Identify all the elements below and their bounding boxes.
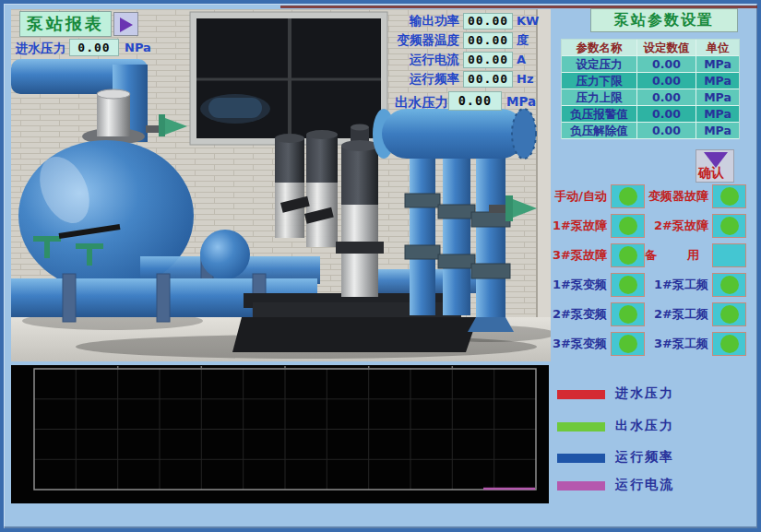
col-param-name: 参数名称 [562, 40, 637, 56]
lamp-on-icon [720, 335, 739, 353]
col-set-value: 设定数值 [637, 40, 696, 56]
output-power-value: 00.00 [463, 13, 513, 30]
pump1-mains-label: 1#泵工频 [640, 277, 708, 293]
spare-label: 备 用 [640, 247, 708, 264]
inlet-pressure-value: 0.00 [69, 39, 119, 56]
pump1-vfd-label: 1#泵变频 [544, 277, 607, 293]
outlet-pressure-label: 出水压力 [395, 94, 448, 112]
legend-swatch-outlet-pressure [557, 422, 605, 432]
report-button-label[interactable]: 泵站报表 [19, 11, 112, 37]
param-unit: MPa [696, 106, 739, 123]
report-nav-box[interactable] [113, 12, 138, 36]
output-power-label: 输出功率 [376, 13, 463, 30]
inverter-fault-label: 变频器故障 [640, 188, 708, 205]
run-frequency-label: 运行频率 [376, 71, 463, 88]
spare-lamp [712, 243, 746, 267]
run-current-unit: A [513, 53, 539, 66]
param-row: 压力上限 0.00 MPa [562, 89, 739, 106]
param-value-input[interactable]: 0.00 [637, 56, 696, 73]
inverter-temp-value: 00.00 [463, 32, 513, 49]
play-icon [120, 18, 133, 32]
inverter-temp-label: 变频器温度 [376, 32, 463, 49]
param-name: 压力上限 [562, 89, 637, 106]
lamp-on-icon [720, 305, 739, 324]
trend-chart-canvas [11, 365, 549, 503]
inverter-fault-lamp [712, 184, 746, 208]
trend-chart [11, 365, 549, 503]
settings-panel-title: 泵站参数设置 [590, 8, 738, 32]
col-unit: 单位 [696, 40, 739, 56]
pump2-mains-lamp [712, 302, 746, 326]
lamp-on-icon [720, 217, 739, 235]
outlet-pressure-unit: MPa [506, 94, 536, 109]
pump2-vfd-label: 2#泵变频 [544, 306, 607, 323]
pump3-fault-label: 3#泵故障 [544, 247, 607, 264]
legend-swatch-run-current [557, 481, 605, 491]
param-unit: MPa [696, 56, 739, 73]
lamp-on-icon [619, 276, 637, 294]
lamp-on-icon [619, 305, 637, 324]
param-name: 设定压力 [562, 56, 637, 73]
param-name: 负压解除值 [562, 123, 637, 139]
manual-auto-label: 手动/自动 [544, 188, 607, 205]
param-unit: MPa [696, 89, 739, 106]
param-unit: MPa [696, 123, 739, 139]
report-button[interactable]: 泵站报表 [19, 11, 138, 37]
param-row: 负压解除值 0.00 MPa [562, 123, 739, 139]
inlet-pressure-label: 进水压力 [16, 41, 65, 57]
telemetry-row: 输出功率 00.00 KW [376, 11, 539, 30]
param-name: 压力下限 [562, 73, 637, 89]
lamp-on-icon [619, 187, 637, 206]
lamp-on-icon [619, 246, 637, 265]
param-value-input[interactable]: 0.00 [637, 73, 696, 89]
run-current-label: 运行电流 [376, 52, 463, 68]
pump2-mains-label: 2#泵工频 [640, 306, 708, 323]
outlet-pressure-value: 0.00 [448, 91, 502, 111]
run-frequency-unit: Hz [513, 72, 539, 86]
legend-label-inlet-pressure: 进水压力 [615, 385, 674, 402]
lamp-on-icon [720, 187, 739, 206]
legend-label-outlet-pressure: 出水压力 [615, 418, 674, 434]
pump1-mains-lamp [712, 273, 746, 297]
pump3-mains-label: 3#泵工频 [640, 336, 708, 352]
inlet-pressure-unit: NPa [125, 41, 151, 54]
param-row: 压力下限 0.00 MPa [562, 73, 739, 89]
param-value-input[interactable]: 0.00 [637, 106, 696, 123]
legend-swatch-inlet-pressure [557, 390, 605, 399]
pump-station-hmi-screen: 泵站报表 进水压力 0.00 NPa 输出功率 00.00 KW 变频器温度 0… [0, 0, 761, 532]
telemetry-row: 运行频率 00.00 Hz [376, 69, 539, 89]
telemetry-block: 输出功率 00.00 KW 变频器温度 00.00 度 运行电流 00.00 A… [376, 11, 539, 89]
run-current-value: 00.00 [463, 52, 513, 68]
lamp-on-icon [619, 217, 637, 235]
param-row: 负压报警值 0.00 MPa [562, 106, 739, 123]
telemetry-row: 变频器温度 00.00 度 [376, 30, 539, 50]
params-table-header: 参数名称 设定数值 单位 [562, 40, 739, 56]
legend-swatch-run-frequency [557, 454, 605, 463]
param-unit: MPa [696, 73, 739, 89]
legend-label-run-current: 运行电流 [615, 477, 674, 493]
param-value-input[interactable]: 0.00 [637, 89, 696, 106]
legend-label-run-frequency: 运行频率 [615, 449, 674, 466]
pump2-fault-label: 2#泵故障 [640, 218, 708, 234]
output-power-unit: KW [513, 14, 539, 28]
params-table: 参数名称 设定数值 单位 设定压力 0.00 MPa 压力下限 0.00 MPa… [561, 39, 740, 139]
run-frequency-value: 00.00 [463, 71, 513, 88]
telemetry-row: 运行电流 00.00 A [376, 50, 539, 69]
param-value-input[interactable]: 0.00 [637, 123, 696, 139]
param-name: 负压报警值 [562, 106, 637, 123]
inverter-temp-unit: 度 [513, 32, 539, 49]
pump3-mains-lamp [712, 332, 746, 356]
pump2-fault-lamp [712, 214, 746, 238]
lamp-on-icon [619, 335, 637, 353]
lamp-on-icon [720, 276, 739, 294]
confirm-button-label: 确认 [698, 165, 724, 182]
param-row: 设定压力 0.00 MPa [562, 56, 739, 73]
pump3-vfd-label: 3#泵变频 [544, 336, 607, 352]
pump1-fault-label: 1#泵故障 [544, 218, 607, 234]
confirm-button[interactable]: 确认 [696, 149, 734, 183]
